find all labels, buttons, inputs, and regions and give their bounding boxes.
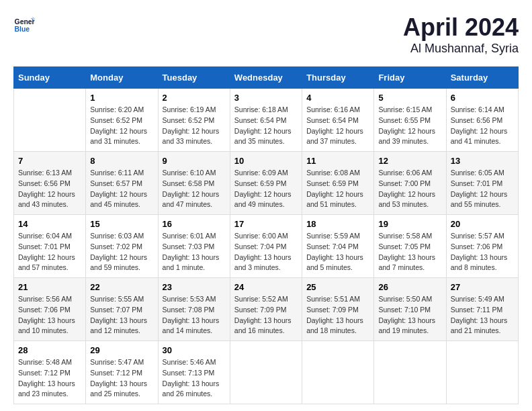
day-number: 20: [451, 219, 514, 229]
day-info: Sunrise: 5:53 AM Sunset: 7:08 PM Dayligh…: [163, 294, 226, 336]
calendar-cell: 30Sunrise: 5:46 AM Sunset: 7:13 PM Dayli…: [158, 341, 230, 404]
day-number: 28: [18, 345, 81, 355]
calendar-cell: 24Sunrise: 5:52 AM Sunset: 7:09 PM Dayli…: [230, 278, 302, 341]
day-info: Sunrise: 5:55 AM Sunset: 7:07 PM Dayligh…: [90, 294, 153, 336]
calendar-cell: 3Sunrise: 6:18 AM Sunset: 6:54 PM Daylig…: [230, 89, 302, 152]
calendar-cell: [446, 341, 518, 404]
day-number: 2: [163, 93, 226, 103]
day-info: Sunrise: 5:47 AM Sunset: 7:12 PM Dayligh…: [90, 357, 153, 400]
day-number: 14: [18, 219, 81, 229]
calendar-cell: 21Sunrise: 5:56 AM Sunset: 7:06 PM Dayli…: [14, 278, 86, 341]
day-number: 29: [90, 345, 153, 355]
day-number: 27: [451, 282, 514, 292]
day-number: 7: [18, 156, 81, 166]
day-number: 19: [378, 219, 441, 229]
day-number: 1: [90, 93, 153, 103]
svg-text:General: General: [15, 18, 35, 26]
calendar-cell: 29Sunrise: 5:47 AM Sunset: 7:12 PM Dayli…: [86, 341, 158, 404]
week-row-1: 1Sunrise: 6:20 AM Sunset: 6:52 PM Daylig…: [14, 89, 519, 152]
day-info: Sunrise: 6:03 AM Sunset: 7:02 PM Dayligh…: [90, 231, 153, 273]
calendar-cell: 18Sunrise: 5:59 AM Sunset: 7:04 PM Dayli…: [302, 215, 374, 278]
day-info: Sunrise: 6:15 AM Sunset: 6:55 PM Dayligh…: [378, 105, 441, 147]
day-number: 9: [163, 156, 226, 166]
calendar-cell: 6Sunrise: 6:14 AM Sunset: 6:56 PM Daylig…: [446, 89, 518, 152]
day-number: 10: [234, 156, 298, 166]
day-info: Sunrise: 5:51 AM Sunset: 7:09 PM Dayligh…: [306, 294, 369, 336]
calendar-cell: [302, 341, 374, 404]
week-row-4: 21Sunrise: 5:56 AM Sunset: 7:06 PM Dayli…: [14, 278, 519, 341]
day-number: 24: [234, 282, 298, 292]
week-row-5: 28Sunrise: 5:48 AM Sunset: 7:12 PM Dayli…: [14, 341, 519, 404]
title-area: April 2024 Al Mushannaf, Syria: [403, 13, 519, 56]
day-info: Sunrise: 5:59 AM Sunset: 7:04 PM Dayligh…: [306, 231, 369, 273]
day-number: 5: [378, 93, 441, 103]
logo: General Blue: [13, 13, 35, 35]
calendar-table: SundayMondayTuesdayWednesdayThursdayFrid…: [13, 66, 519, 404]
day-number: 22: [90, 282, 153, 292]
day-info: Sunrise: 6:00 AM Sunset: 7:04 PM Dayligh…: [234, 231, 298, 273]
calendar-cell: 17Sunrise: 6:00 AM Sunset: 7:04 PM Dayli…: [230, 215, 302, 278]
calendar-cell: 22Sunrise: 5:55 AM Sunset: 7:07 PM Dayli…: [86, 278, 158, 341]
svg-text:Blue: Blue: [15, 26, 30, 33]
header: General Blue April 2024 Al Mushannaf, Sy…: [13, 13, 519, 56]
day-info: Sunrise: 6:06 AM Sunset: 7:00 PM Dayligh…: [378, 168, 441, 210]
calendar-cell: 7Sunrise: 6:13 AM Sunset: 6:56 PM Daylig…: [14, 152, 86, 215]
day-number: 15: [90, 219, 153, 229]
day-number: 21: [18, 282, 81, 292]
calendar-cell: 12Sunrise: 6:06 AM Sunset: 7:00 PM Dayli…: [374, 152, 446, 215]
calendar-cell: 15Sunrise: 6:03 AM Sunset: 7:02 PM Dayli…: [86, 215, 158, 278]
week-row-3: 14Sunrise: 6:04 AM Sunset: 7:01 PM Dayli…: [14, 215, 519, 278]
day-info: Sunrise: 6:08 AM Sunset: 6:59 PM Dayligh…: [306, 168, 369, 210]
day-number: 3: [234, 93, 298, 103]
calendar-cell: 13Sunrise: 6:05 AM Sunset: 7:01 PM Dayli…: [446, 152, 518, 215]
calendar-cell: 20Sunrise: 5:57 AM Sunset: 7:06 PM Dayli…: [446, 215, 518, 278]
day-number: 17: [234, 219, 298, 229]
day-info: Sunrise: 5:58 AM Sunset: 7:05 PM Dayligh…: [378, 231, 441, 273]
day-info: Sunrise: 6:16 AM Sunset: 6:54 PM Dayligh…: [306, 105, 369, 147]
calendar-cell: [374, 341, 446, 404]
day-info: Sunrise: 5:46 AM Sunset: 7:13 PM Dayligh…: [163, 357, 226, 400]
day-info: Sunrise: 5:57 AM Sunset: 7:06 PM Dayligh…: [451, 231, 514, 273]
calendar-cell: 2Sunrise: 6:19 AM Sunset: 6:52 PM Daylig…: [158, 89, 230, 152]
day-info: Sunrise: 6:11 AM Sunset: 6:57 PM Dayligh…: [90, 168, 153, 210]
day-number: 16: [163, 219, 226, 229]
day-info: Sunrise: 6:01 AM Sunset: 7:03 PM Dayligh…: [163, 231, 226, 273]
calendar-cell: 5Sunrise: 6:15 AM Sunset: 6:55 PM Daylig…: [374, 89, 446, 152]
calendar-cell: 4Sunrise: 6:16 AM Sunset: 6:54 PM Daylig…: [302, 89, 374, 152]
header-day-wednesday: Wednesday: [230, 67, 302, 89]
day-info: Sunrise: 6:18 AM Sunset: 6:54 PM Dayligh…: [234, 105, 298, 147]
header-day-tuesday: Tuesday: [158, 67, 230, 89]
day-info: Sunrise: 5:49 AM Sunset: 7:11 PM Dayligh…: [451, 294, 514, 336]
calendar-cell: 27Sunrise: 5:49 AM Sunset: 7:11 PM Dayli…: [446, 278, 518, 341]
header-day-sunday: Sunday: [14, 67, 86, 89]
header-day-monday: Monday: [86, 67, 158, 89]
week-row-2: 7Sunrise: 6:13 AM Sunset: 6:56 PM Daylig…: [14, 152, 519, 215]
day-number: 12: [378, 156, 441, 166]
day-info: Sunrise: 6:19 AM Sunset: 6:52 PM Dayligh…: [163, 105, 226, 147]
header-row: SundayMondayTuesdayWednesdayThursdayFrid…: [14, 67, 519, 89]
day-info: Sunrise: 6:10 AM Sunset: 6:58 PM Dayligh…: [163, 168, 226, 210]
header-day-friday: Friday: [374, 67, 446, 89]
calendar-cell: [14, 89, 86, 152]
calendar-cell: 16Sunrise: 6:01 AM Sunset: 7:03 PM Dayli…: [158, 215, 230, 278]
day-info: Sunrise: 5:48 AM Sunset: 7:12 PM Dayligh…: [18, 357, 81, 400]
day-info: Sunrise: 6:05 AM Sunset: 7:01 PM Dayligh…: [451, 168, 514, 210]
day-info: Sunrise: 6:14 AM Sunset: 6:56 PM Dayligh…: [451, 105, 514, 147]
header-day-saturday: Saturday: [446, 67, 518, 89]
calendar-title: April 2024: [403, 13, 519, 42]
day-info: Sunrise: 5:56 AM Sunset: 7:06 PM Dayligh…: [18, 294, 81, 336]
calendar-cell: [230, 341, 302, 404]
calendar-cell: 11Sunrise: 6:08 AM Sunset: 6:59 PM Dayli…: [302, 152, 374, 215]
day-info: Sunrise: 5:50 AM Sunset: 7:10 PM Dayligh…: [378, 294, 441, 336]
day-info: Sunrise: 6:09 AM Sunset: 6:59 PM Dayligh…: [234, 168, 298, 210]
calendar-cell: 26Sunrise: 5:50 AM Sunset: 7:10 PM Dayli…: [374, 278, 446, 341]
calendar-subtitle: Al Mushannaf, Syria: [403, 42, 519, 56]
calendar-cell: 10Sunrise: 6:09 AM Sunset: 6:59 PM Dayli…: [230, 152, 302, 215]
day-info: Sunrise: 5:52 AM Sunset: 7:09 PM Dayligh…: [234, 294, 298, 336]
day-number: 4: [306, 93, 369, 103]
calendar-cell: 19Sunrise: 5:58 AM Sunset: 7:05 PM Dayli…: [374, 215, 446, 278]
calendar-cell: 1Sunrise: 6:20 AM Sunset: 6:52 PM Daylig…: [86, 89, 158, 152]
calendar-cell: 25Sunrise: 5:51 AM Sunset: 7:09 PM Dayli…: [302, 278, 374, 341]
calendar-cell: 28Sunrise: 5:48 AM Sunset: 7:12 PM Dayli…: [14, 341, 86, 404]
day-number: 25: [306, 282, 369, 292]
